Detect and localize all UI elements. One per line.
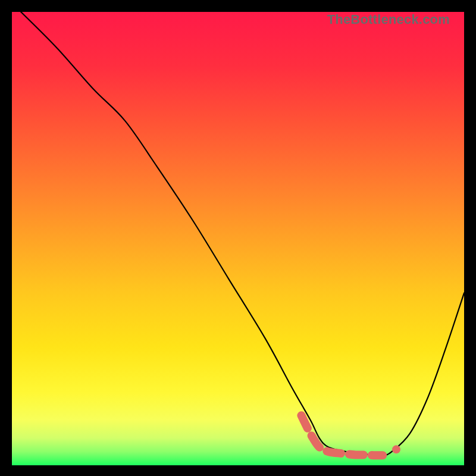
bottleneck-chart (12, 12, 464, 465)
series-point (392, 445, 400, 453)
gradient-background (12, 12, 464, 465)
chart-frame: TheBottleneck.com (12, 12, 464, 465)
watermark-text: TheBottleneck.com (327, 12, 450, 27)
